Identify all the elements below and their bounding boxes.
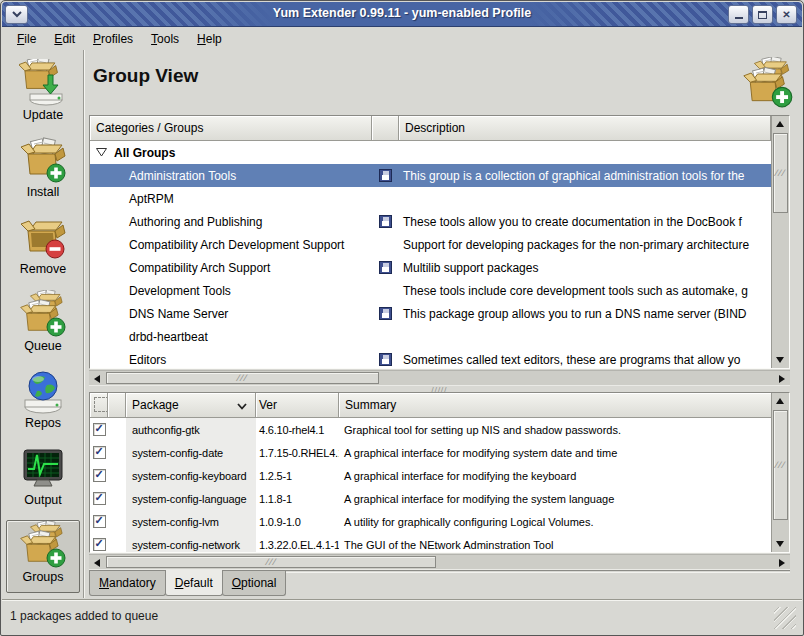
group-label: Administration Tools	[129, 169, 236, 183]
installed-group-icon	[379, 215, 392, 228]
group-row-compat-arch-dev-support[interactable]: Compatibility Arch Development Support S…	[90, 233, 789, 256]
package-checkbox[interactable]	[93, 446, 106, 459]
titlebar[interactable]: Yum Extender 0.99.11 - yum-enabled Profi…	[2, 2, 802, 27]
scroll-up-button[interactable]	[772, 116, 788, 132]
scroll-right-button[interactable]	[774, 555, 790, 571]
scroll-down-button[interactable]	[772, 536, 788, 552]
group-label: Development Tools	[129, 284, 231, 298]
sidebar-item-label: Groups	[23, 570, 64, 584]
installed-group-icon	[379, 169, 392, 182]
menu-tools[interactable]: Tools	[142, 29, 188, 49]
package-row[interactable]: system-config-language 1.1.8-1 A graphic…	[90, 487, 789, 510]
group-row-administration-tools[interactable]: Administration Tools This group is a col…	[90, 164, 789, 187]
group-view-icon	[742, 57, 794, 109]
scroll-left-button[interactable]	[89, 555, 105, 571]
scrollbar-thumb[interactable]: ///	[773, 133, 788, 213]
group-table-vertical-scrollbar[interactable]: ///	[771, 116, 789, 368]
package-name: system-config-keyboard	[126, 464, 256, 487]
focus-rect	[94, 397, 108, 412]
tab-default[interactable]: Default	[165, 570, 223, 596]
group-row-development-tools[interactable]: Development Tools These tools include co…	[90, 279, 789, 302]
package-row[interactable]: system-config-lvm 1.0.9-1.0 A utility fo…	[90, 510, 789, 533]
sort-descending-icon	[237, 399, 247, 413]
group-description: Sometimes called text editors, these are…	[399, 348, 771, 369]
tab-mandatory[interactable]: Mandatory	[89, 571, 166, 596]
menu-file[interactable]: File	[8, 29, 45, 49]
sidebar-item-queue[interactable]: Queue	[6, 289, 80, 362]
arrow-up-icon	[776, 121, 784, 127]
group-description: These tools allow you to create document…	[399, 210, 771, 233]
update-icon	[19, 59, 67, 107]
package-type-tabs: Mandatory Default Optional	[89, 571, 285, 597]
scrollbar-thumb[interactable]: ///	[106, 372, 379, 384]
sidebar-item-label: Update	[23, 108, 63, 122]
minimize-icon	[735, 17, 743, 19]
package-row[interactable]: system-config-date 1.7.15-0.RHEL4.1 A gr…	[90, 441, 789, 464]
group-row-authoring-and-publishing[interactable]: Authoring and Publishing These tools all…	[90, 210, 789, 233]
arrow-right-icon	[779, 375, 785, 383]
column-header-categories-groups[interactable]: Categories / Groups	[90, 116, 372, 141]
scroll-left-button[interactable]	[89, 371, 105, 387]
status-message: 1 packages added to queue	[10, 609, 158, 623]
column-header-select[interactable]	[90, 393, 108, 418]
package-checkbox[interactable]	[93, 538, 106, 551]
close-icon: ✕	[782, 9, 790, 20]
group-row-editors[interactable]: Editors Sometimes called text editors, t…	[90, 348, 789, 369]
expander-open-icon[interactable]	[96, 146, 107, 160]
sidebar-item-output[interactable]: Output	[6, 443, 80, 516]
column-header-package[interactable]: Package	[126, 393, 256, 418]
package-checkbox[interactable]	[93, 515, 106, 528]
group-row-compat-arch-support[interactable]: Compatibility Arch Support Multilib supp…	[90, 256, 789, 279]
sidebar-item-label: Install	[27, 185, 60, 199]
package-table-horizontal-scrollbar[interactable]: ///	[89, 554, 790, 570]
package-row[interactable]: system-config-network 1.3.22.0.EL.4.1-1 …	[90, 533, 789, 553]
tab-optional[interactable]: Optional	[222, 571, 287, 596]
column-header-summary[interactable]: Summary	[339, 393, 773, 418]
minimize-button[interactable]	[728, 5, 749, 24]
package-version: 1.1.8-1	[256, 487, 339, 510]
installed-group-icon	[379, 307, 392, 320]
menu-profiles[interactable]: Profiles	[84, 29, 142, 49]
scrollbar-thumb[interactable]: ///	[773, 410, 788, 520]
sidebar-item-groups[interactable]: Groups	[6, 520, 80, 593]
package-row[interactable]: authconfig-gtk 4.6.10-rhel4.1 Graphical …	[90, 418, 789, 441]
scrollbar-thumb[interactable]: ///	[106, 556, 436, 568]
package-row[interactable]: system-config-keyboard 1.2.5-1 A graphic…	[90, 464, 789, 487]
group-description: Support for developing packages for the …	[399, 233, 771, 256]
group-label: drbd-heartbeat	[129, 330, 208, 344]
scroll-up-button[interactable]	[772, 393, 788, 409]
column-header-package-icon[interactable]	[108, 393, 126, 418]
sidebar-item-label: Remove	[20, 262, 67, 276]
package-table-vertical-scrollbar[interactable]: ///	[771, 393, 789, 552]
arrow-up-icon	[776, 398, 784, 404]
sidebar-item-repos[interactable]: Repos	[6, 366, 80, 439]
group-row-aptrpm[interactable]: AptRPM	[90, 187, 789, 210]
group-table-header: Categories / Groups Description	[90, 116, 789, 141]
sidebar-item-remove[interactable]: Remove	[6, 212, 80, 285]
menu-help[interactable]: Help	[188, 29, 231, 49]
menu-edit[interactable]: Edit	[45, 29, 84, 49]
scroll-down-button[interactable]	[772, 352, 788, 368]
close-button[interactable]: ✕	[776, 5, 797, 24]
column-header-group-icon[interactable]	[372, 116, 399, 141]
sidebar-item-install[interactable]: Install	[6, 135, 80, 208]
column-header-description[interactable]: Description	[399, 116, 771, 141]
package-name: authconfig-gtk	[126, 418, 256, 441]
maximize-icon	[758, 11, 767, 19]
column-header-ver[interactable]: Ver	[256, 393, 339, 418]
maximize-button[interactable]	[752, 5, 773, 24]
output-icon	[19, 444, 67, 492]
package-checkbox[interactable]	[93, 492, 106, 505]
scroll-right-button[interactable]	[774, 371, 790, 387]
package-name: system-config-network	[126, 533, 256, 553]
sidebar-item-update[interactable]: Update	[6, 58, 80, 131]
package-checkbox[interactable]	[93, 423, 106, 436]
group-row-all-groups[interactable]: All Groups	[90, 141, 789, 164]
resize-grip[interactable]	[774, 607, 796, 629]
package-checkbox[interactable]	[93, 469, 106, 482]
group-label: Editors	[129, 353, 166, 367]
package-name: system-config-language	[126, 487, 256, 510]
group-row-drbd-heartbeat[interactable]: drbd-heartbeat	[90, 325, 789, 348]
package-summary: Graphical tool for setting up NIS and sh…	[339, 418, 773, 441]
group-row-dns-name-server[interactable]: DNS Name Server This package group allow…	[90, 302, 789, 325]
